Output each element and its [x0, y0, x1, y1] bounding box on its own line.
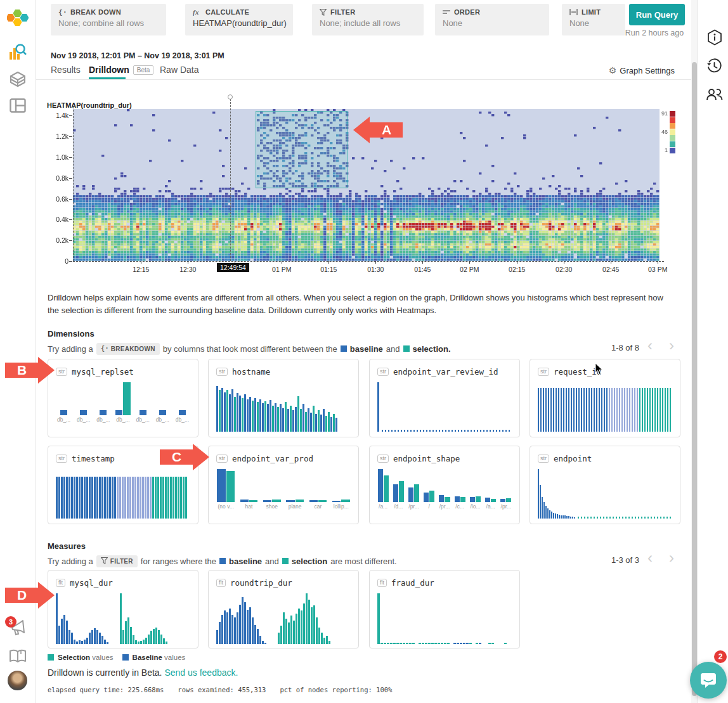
intercom-launcher[interactable]	[690, 662, 727, 699]
bar-label: db_...	[56, 416, 72, 423]
card-histogram	[216, 593, 351, 644]
clause-label: BREAK DOWN	[70, 8, 121, 16]
x-tick-label: 03 PM	[644, 266, 672, 273]
stat-item: rows examined: 455,313	[178, 686, 266, 693]
docs-book-icon[interactable]	[9, 649, 27, 663]
bar-label: /d...	[393, 503, 404, 510]
breakdown-chip: {··}BREAKDOWN	[96, 343, 160, 355]
bar-label: (no v...	[216, 503, 235, 510]
clause-label: CALCULATE	[205, 8, 249, 16]
card-histogram	[538, 382, 672, 432]
card-title: mysql_dur	[70, 578, 113, 588]
bar-label: /pr...	[500, 503, 512, 510]
clause-filter[interactable]: FILTERNone; include all rows	[312, 4, 424, 35]
boards-nav-icon[interactable]	[10, 98, 26, 113]
x-tick-label: 12:30	[174, 266, 202, 273]
bar-label: hat	[239, 503, 258, 510]
card-roundtrip_dur[interactable]: fltroundtrip_dur	[208, 570, 359, 648]
run-query-button[interactable]: Run Query	[629, 4, 685, 25]
card-endpoint_var_review_id[interactable]: strendpoint_var_review_id	[369, 359, 520, 437]
x-tick-label: 02:30	[550, 266, 578, 273]
card-hostname[interactable]: strhostname	[208, 359, 359, 437]
clause-calculate[interactable]: fxCALCULATEHEATMAP(roundtrip_dur)	[185, 4, 293, 35]
bar-label: /a...	[377, 503, 389, 510]
info-hexagon-icon[interactable]	[707, 29, 722, 46]
bar-label: db_...	[135, 416, 151, 423]
annotation-arrow-B: B	[5, 356, 55, 384]
card-endpoint_var_prod[interactable]: strendpoint_var_prod(no v...hatshoeplane…	[208, 446, 359, 524]
card-mysql_replset[interactable]: strmysql_replsetdb_...db_...db_...db_...…	[48, 359, 198, 437]
card-title: hostname	[232, 367, 270, 377]
clause-limit[interactable]: LIMITNone	[562, 4, 625, 35]
y-tick-label: 0.4k	[44, 216, 68, 223]
legend-value-label: 46	[658, 129, 668, 135]
x-tick-label: 02:45	[597, 266, 625, 273]
bar-label: /a...	[485, 503, 497, 510]
measures-prev-button[interactable]: ‹	[642, 550, 658, 567]
card-histogram	[538, 469, 672, 519]
dimensions-prev-button[interactable]: ‹	[642, 338, 658, 354]
card-endpoint[interactable]: strendpoint	[530, 446, 680, 524]
limit-icon	[569, 9, 578, 15]
card-fraud_dur[interactable]: fltfraud_dur	[369, 570, 520, 648]
type-chip-str: str	[216, 368, 228, 377]
bar-label: db_...	[115, 416, 131, 423]
type-chip-str: str	[216, 455, 228, 463]
breakdown-icon: {··}	[58, 8, 67, 16]
tab-results[interactable]: Results	[51, 65, 81, 75]
intercom-badge: 2	[714, 650, 727, 663]
bar-label: lollip...	[332, 503, 351, 510]
beta-chip: Beta	[133, 65, 154, 75]
clause-order[interactable]: ORDERNone	[435, 4, 549, 35]
histogram-legend: Selection values Baseline values	[48, 654, 185, 661]
stat-item: pct of nodes reporting: 100%	[280, 686, 392, 693]
card-title: fraud_dur	[391, 578, 434, 588]
feedback-link[interactable]: Send us feedback.	[164, 668, 238, 678]
clause-break-down[interactable]: {··}BREAK DOWNNone; combine all rows	[51, 4, 166, 35]
clause-label: ORDER	[454, 8, 480, 16]
measures-next-button[interactable]: ›	[663, 550, 680, 567]
query-nav-icon[interactable]	[9, 43, 27, 62]
measures-title: Measures	[48, 541, 86, 551]
card-request_id[interactable]: strrequest_id	[530, 359, 680, 437]
time-cursor-line[interactable]	[230, 99, 231, 261]
clause-value: None; include all rows	[320, 18, 416, 28]
y-tick-label: 0.6k	[44, 195, 68, 203]
card-histogram	[377, 593, 512, 644]
dimensions-next-button[interactable]: ›	[663, 338, 680, 354]
y-tick-label: 1.2k	[44, 132, 68, 140]
team-icon[interactable]	[706, 87, 723, 101]
annotation-arrow-C: C	[160, 443, 209, 471]
baseline-swatch	[341, 345, 347, 352]
card-title: endpoint_shape	[393, 454, 460, 463]
card-title: timestamp	[72, 454, 115, 463]
clause-label: FILTER	[330, 8, 355, 16]
card-mysql_dur[interactable]: fltmysql_dur	[48, 570, 198, 648]
svg-text:fx: fx	[193, 8, 199, 16]
datasets-nav-icon[interactable]	[10, 71, 26, 87]
run-status-text: Run 2 hours ago	[621, 29, 687, 39]
history-clock-icon[interactable]	[706, 58, 722, 74]
heatmap-selection-region[interactable]	[256, 111, 348, 188]
dimensions-pagination-count: 1-8 of 8	[588, 343, 639, 352]
card-histogram	[216, 382, 351, 432]
card-title: endpoint_var_prod	[232, 454, 313, 463]
tab-raw-data[interactable]: Raw Data	[160, 65, 198, 75]
x-tick-label: 02:15	[503, 266, 531, 273]
selection-swatch	[403, 345, 410, 352]
graph-settings-button[interactable]: ⚙Graph Settings	[604, 65, 675, 75]
bar-label: db_...	[174, 416, 190, 423]
scrollbar-thumb[interactable]	[692, 62, 697, 696]
x-tick-label: 01 PM	[268, 266, 296, 273]
card-endpoint_shape[interactable]: strendpoint_shape/a.../d.../pr...//pr...…	[369, 446, 520, 524]
legend-value-label: 1	[658, 147, 668, 153]
user-avatar[interactable]	[8, 671, 27, 690]
order-icon	[443, 9, 450, 15]
date-range[interactable]: Nov 19 2018, 12:01 PM – Nov 19 2018, 3:0…	[51, 51, 224, 60]
svg-text:C: C	[172, 449, 181, 464]
time-cursor-handle[interactable]	[228, 94, 233, 100]
tab-drilldown[interactable]: DrilldownBeta	[89, 65, 153, 75]
card-histogram	[56, 469, 190, 519]
honeycomb-logo-icon[interactable]	[7, 9, 29, 28]
filter-icon	[320, 9, 327, 16]
